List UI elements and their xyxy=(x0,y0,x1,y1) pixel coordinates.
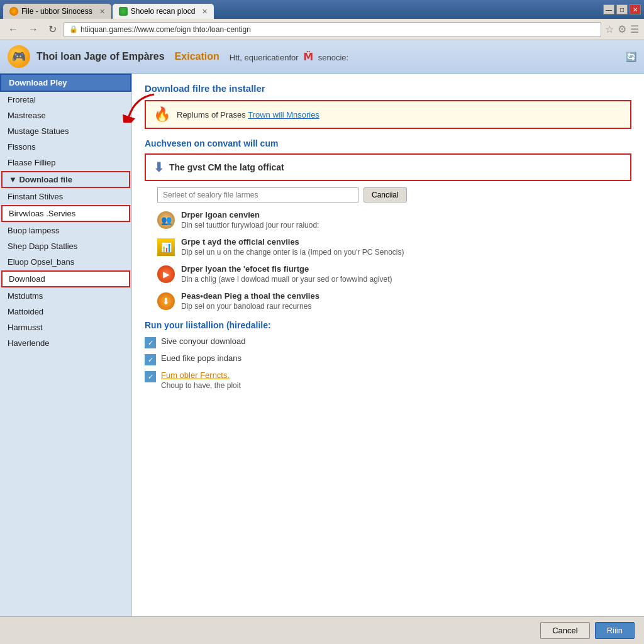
section1-title: Download filre the installer xyxy=(145,83,631,94)
tab-close-active[interactable]: ✕ xyxy=(202,8,208,16)
outlined-box: ⬇ The gvst CM the latg officat xyxy=(145,153,631,181)
search-row: Canciial xyxy=(157,187,631,203)
sidebar-item-download-pley[interactable]: Download Pley xyxy=(0,74,131,92)
sidebar-item-shep[interactable]: Shep Dapp Statlies xyxy=(0,238,131,254)
app-logo: 🎮 xyxy=(8,45,30,68)
option-icon-bar: 📊 xyxy=(157,238,175,256)
sidebar-item-birvwloas[interactable]: Birvwloas .Servies xyxy=(1,205,130,222)
installer-highlight-box: 🔥 Replums of Prases Trown will Mnsories xyxy=(145,100,631,129)
checkbox-item-1: ✓ Sive conyour download xyxy=(145,336,631,348)
tabs-area: File - ubbor Sinocess ✕ Shoelo recan plo… xyxy=(3,0,214,19)
browser-window: File - ubbor Sinocess ✕ Shoelo recan plo… xyxy=(0,0,644,644)
lock-icon: 🔒 xyxy=(69,25,78,33)
sidebar-item-flaase[interactable]: Flaase Filliep xyxy=(0,155,131,170)
option-icon-arrow-r: ▶ xyxy=(157,265,175,283)
tab-icon-green xyxy=(119,7,128,16)
option-item-2: 📊 Grpe t ayd the official cenviies Dip s… xyxy=(157,237,631,257)
option-icon-arrow-d: ⬇ xyxy=(157,292,175,310)
checkbox-icon-3: ✓ xyxy=(145,371,156,382)
option-item-3: ▶ Drper lyoan the 'efocet fis fiurtge Di… xyxy=(157,264,631,284)
option-text-1: Drper lgoan cenvien Din sel tuuttior fur… xyxy=(181,210,319,230)
sidebar-item-froretal[interactable]: Froretal xyxy=(0,92,131,108)
main-content: Download Pley Froretal Mastrease Mustage… xyxy=(0,74,644,616)
header-title: Thoi loan Jage of Empàres xyxy=(36,51,165,62)
title-bar: File - ubbor Sinocess ✕ Shoelo recan plo… xyxy=(0,0,644,19)
address-bar: ← → ↻ 🔒 htiiquan.games://www.come/oign t… xyxy=(0,19,644,40)
tab-label-active: Shoelo recan plocd xyxy=(131,7,196,16)
sidebar-item-mustage[interactable]: Mustage Statues xyxy=(0,123,131,139)
cancel-search-button[interactable]: Canciial xyxy=(364,187,407,203)
cancel-button[interactable]: Cancel xyxy=(540,622,589,639)
sidebar-item-download-file[interactable]: ▼ Download file xyxy=(1,171,130,188)
header-logo-m: M̈ xyxy=(303,52,313,62)
option-text-2: Grpe t ayd the official cenviies Dip sel… xyxy=(181,237,404,257)
tab-label-file: File - ubbor Sinocess xyxy=(21,7,92,16)
sidebar-item-download[interactable]: Download xyxy=(1,270,130,287)
option-item-4: ⬇ Peas•dean Pieg a thoal the cenviies Di… xyxy=(157,291,631,311)
search-input[interactable] xyxy=(157,187,358,203)
checkbox-item-2: ✓ Eued fike pops indans xyxy=(145,353,631,365)
checkbox-label-1: Sive conyour download xyxy=(161,336,245,346)
option-item-1: 👥 Drper lgoan cenvien Din sel tuuttior f… xyxy=(157,210,631,230)
box-text: Replums of Prases Trown will Mnsories xyxy=(177,110,319,119)
checkbox-item-3: ✓ Fum obler Ferncts. Choup to have, the … xyxy=(145,370,631,390)
sidebar-item-mattoided[interactable]: Mattoided xyxy=(0,304,131,319)
checkbox-label-2: Eued fike pops indans xyxy=(161,353,242,363)
run-title: Run your liistallion (hiredalile: xyxy=(145,320,631,330)
sidebar-item-mstdutms[interactable]: Mstdutms xyxy=(0,288,131,304)
fire-icon: 🔥 xyxy=(153,106,170,123)
sidebar-item-harmusst[interactable]: Harmusst xyxy=(0,319,131,335)
run-section: Run your liistallion (hiredalile: ✓ Sive… xyxy=(145,320,631,390)
header-subtitle: Exication xyxy=(175,51,219,62)
option-text-4: Peas•dean Pieg a thoal the cenviies Dip … xyxy=(181,291,319,311)
close-button[interactable]: ✕ xyxy=(630,4,641,14)
sidebar-item-finstant[interactable]: Finstant Stilves xyxy=(0,189,131,204)
sidebar-item-eluop[interactable]: Eluop Opsel_bans xyxy=(0,254,131,270)
bottom-bar: Cancel Riiin xyxy=(0,616,644,644)
maximize-button[interactable]: □ xyxy=(616,4,628,14)
sidebar-item-buop[interactable]: Buop lampess xyxy=(0,223,131,238)
sidebar-item-mastrease[interactable]: Mastrease xyxy=(0,108,131,123)
option-text-3: Drper lyoan the 'efocet fis fiurtge Din … xyxy=(181,264,392,284)
tab-close-file[interactable]: ✕ xyxy=(99,8,105,16)
tab-file[interactable]: File - ubbor Sinocess ✕ xyxy=(3,4,111,19)
settings-button[interactable]: ⚙ xyxy=(618,23,626,35)
forward-button[interactable]: → xyxy=(25,23,42,36)
content-panel: Download filre the installer 🔥 Replums o… xyxy=(132,74,644,616)
download-icon: ⬇ xyxy=(153,160,164,175)
url-text: htiiquan.games://www.come/oign thto:/loa… xyxy=(80,25,251,34)
checkbox-icon-1: ✓ xyxy=(145,337,156,348)
tab-icon-orange xyxy=(9,7,18,16)
checkbox-icon-2: ✓ xyxy=(145,354,156,365)
sidebar-item-haverlende[interactable]: Haverlende xyxy=(0,335,131,351)
box-link[interactable]: Trown will Mnsories xyxy=(248,110,319,119)
menu-button[interactable]: ☰ xyxy=(630,23,639,35)
minimize-button[interactable]: — xyxy=(603,4,614,14)
checkbox-text-3: Fum obler Ferncts. Choup to have, the pl… xyxy=(161,370,241,390)
bookmark-button[interactable]: ☆ xyxy=(605,23,614,35)
run-button[interactable]: Riiin xyxy=(595,622,635,639)
app-header: 🎮 Thoi loan Jage of Empàres Exication Ht… xyxy=(0,40,644,74)
window-controls: — □ ✕ xyxy=(603,4,641,14)
sidebar-item-fissons[interactable]: Fissons xyxy=(0,139,131,155)
update-icon: 🔄 xyxy=(626,52,636,62)
address-input[interactable]: 🔒 htiiquan.games://www.come/oign thto:/l… xyxy=(64,22,601,37)
tab-active[interactable]: Shoelo recan plocd ✕ xyxy=(113,4,214,19)
refresh-button[interactable]: ↻ xyxy=(45,22,60,36)
option-icon-people: 👥 xyxy=(157,211,175,229)
sidebar: Download Pley Froretal Mastrease Mustage… xyxy=(0,74,132,616)
back-button[interactable]: ← xyxy=(5,23,21,36)
section2-title: Auchvesen on convant will cum xyxy=(145,138,631,148)
header-desc: Htt, equericatienfor M̈ senocie: xyxy=(230,51,348,63)
